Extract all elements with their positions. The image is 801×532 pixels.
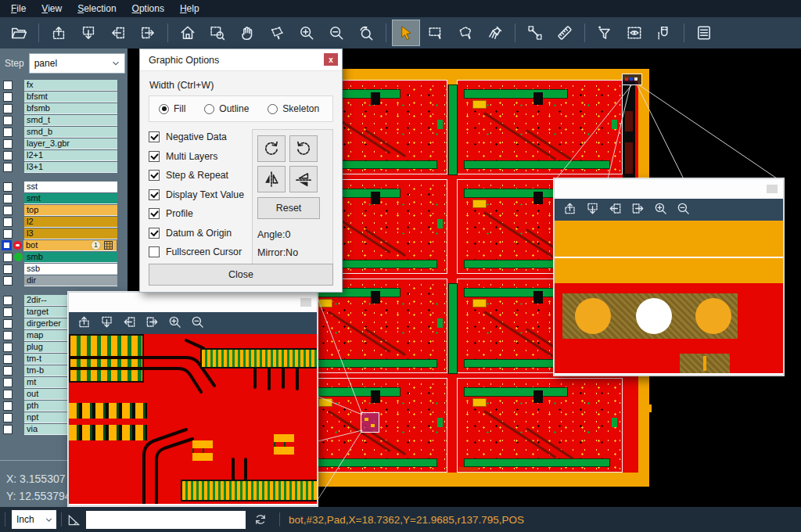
menu-selection[interactable]: Selection bbox=[70, 0, 124, 17]
sync-icon[interactable] bbox=[253, 512, 268, 527]
layer-row-l2[interactable]: l2 bbox=[0, 216, 128, 228]
layer-label-cell[interactable]: smd_b bbox=[24, 127, 117, 138]
tool-zoom-out[interactable] bbox=[322, 20, 350, 46]
checkbox-multi-layers[interactable]: Multi Layers bbox=[149, 151, 247, 162]
layer-label-cell[interactable]: l2 bbox=[24, 217, 117, 228]
mirror-h-button[interactable] bbox=[257, 166, 286, 192]
tool-pan-right[interactable] bbox=[134, 20, 162, 46]
layer-checkbox[interactable] bbox=[3, 401, 13, 411]
menu-help[interactable]: Help bbox=[172, 0, 207, 17]
tool-zoom-previous[interactable] bbox=[352, 20, 380, 46]
layer-checkbox[interactable] bbox=[3, 296, 13, 305]
tool-pan-up[interactable] bbox=[45, 20, 73, 46]
tool-poly-select[interactable] bbox=[451, 20, 480, 46]
layer-row-sst[interactable]: sst bbox=[0, 181, 128, 192]
radio-skeleton[interactable]: Skeleton bbox=[268, 103, 319, 114]
layer-checkbox[interactable] bbox=[3, 81, 13, 90]
window-button-icon[interactable] bbox=[767, 185, 778, 193]
popup-tool-pan-up[interactable] bbox=[77, 315, 92, 332]
popup-tool-pan-left[interactable] bbox=[608, 201, 623, 219]
menu-options[interactable]: Options bbox=[124, 0, 172, 17]
layer-label-cell[interactable]: l2+1 bbox=[24, 150, 117, 161]
radio-fill[interactable]: Fill bbox=[159, 103, 185, 114]
checkbox-display-text-value[interactable]: Display Text Value bbox=[149, 189, 247, 200]
step-select[interactable]: panel bbox=[29, 53, 125, 74]
layer-label-cell[interactable]: dir bbox=[24, 275, 117, 286]
layer-checkbox[interactable] bbox=[3, 182, 13, 192]
layer-checkbox[interactable] bbox=[3, 229, 13, 239]
tool-drag-view[interactable] bbox=[263, 20, 291, 46]
close-icon[interactable]: x bbox=[324, 53, 338, 66]
tool-eye-view[interactable] bbox=[620, 20, 648, 46]
radio-dot-icon[interactable] bbox=[159, 104, 169, 114]
tool-open-folder[interactable] bbox=[5, 20, 33, 46]
layer-row-layer_3.gbr[interactable]: layer_3.gbr bbox=[0, 138, 128, 149]
tool-panel-list[interactable] bbox=[690, 20, 718, 46]
tool-home-view[interactable] bbox=[174, 20, 202, 46]
layer-label-cell[interactable]: ssb bbox=[24, 264, 117, 275]
tool-select-arrow[interactable] bbox=[392, 20, 420, 46]
window-button-icon[interactable] bbox=[300, 298, 311, 307]
magnifier2-titlebar[interactable] bbox=[69, 293, 317, 312]
checkbox-box-icon[interactable] bbox=[149, 189, 160, 200]
layer-label-cell[interactable]: l3+1 bbox=[24, 162, 117, 173]
checkbox-box-icon[interactable] bbox=[149, 246, 160, 257]
layer-label-cell[interactable]: top bbox=[24, 205, 117, 216]
checkbox-step-repeat[interactable]: Step & Repeat bbox=[149, 170, 247, 181]
popup-tool-zoom-in[interactable] bbox=[167, 315, 182, 332]
layer-row-fx[interactable]: fx bbox=[0, 79, 128, 91]
layer-label-cell[interactable]: layer_3.gbr bbox=[24, 138, 117, 149]
layer-label-cell[interactable]: fx bbox=[24, 80, 117, 91]
layer-label-cell[interactable]: bot1 bbox=[23, 240, 117, 251]
command-input[interactable] bbox=[86, 511, 246, 529]
layer-checkbox[interactable] bbox=[3, 276, 13, 286]
layer-label-cell[interactable]: l3 bbox=[24, 228, 117, 239]
layer-checkbox[interactable] bbox=[3, 413, 13, 422]
layer-row-smd_b[interactable]: smd_b bbox=[0, 126, 128, 138]
popup-tool-pan-up[interactable] bbox=[562, 201, 577, 219]
layer-row-smt[interactable]: smt bbox=[0, 192, 128, 204]
dialog-titlebar[interactable]: Graphic Options x bbox=[140, 49, 342, 71]
checkbox-fullscreen-cursor[interactable]: Fullscreen Cursor bbox=[149, 246, 247, 257]
layer-checkbox-checked[interactable] bbox=[2, 240, 12, 250]
layer-row-bot[interactable]: bot1 bbox=[0, 239, 128, 251]
layer-checkbox[interactable] bbox=[3, 366, 13, 376]
layer-checkbox[interactable] bbox=[3, 163, 13, 172]
layer-row-l3+1[interactable]: l3+1 bbox=[0, 161, 128, 173]
corner-angle-icon[interactable] bbox=[66, 512, 81, 527]
layer-label-cell[interactable]: smd_t bbox=[24, 115, 117, 126]
tool-snap-magnet[interactable] bbox=[650, 20, 678, 46]
rotate-ccw-button[interactable] bbox=[289, 135, 318, 162]
layer-row-l2+1[interactable]: l2+1 bbox=[0, 149, 128, 161]
layer-checkbox[interactable] bbox=[3, 264, 13, 274]
layer-row-top[interactable]: top bbox=[0, 204, 128, 216]
layer-checkbox[interactable] bbox=[3, 354, 13, 364]
layer-row-dir[interactable]: dir bbox=[0, 275, 128, 286]
layer-checkbox[interactable] bbox=[3, 151, 13, 160]
layer-checkbox[interactable] bbox=[3, 253, 13, 262]
layer-label-cell[interactable]: bfsmt bbox=[24, 92, 117, 102]
checkbox-negative-data[interactable]: Negative Data bbox=[149, 131, 247, 142]
close-button[interactable]: Close bbox=[149, 264, 333, 286]
checkbox-box-icon[interactable] bbox=[149, 131, 160, 142]
radio-dot-icon[interactable] bbox=[268, 104, 278, 114]
tool-pan-down[interactable] bbox=[74, 20, 102, 46]
grid-icon[interactable] bbox=[104, 241, 113, 250]
tool-filter[interactable] bbox=[591, 20, 619, 46]
tool-ruler[interactable] bbox=[551, 20, 579, 46]
tool-measure-distance[interactable] bbox=[521, 20, 549, 46]
layer-label-cell[interactable]: smt bbox=[24, 193, 117, 204]
layer-checkbox[interactable] bbox=[3, 331, 13, 340]
mirror-v-button[interactable] bbox=[289, 166, 318, 192]
layer-checkbox[interactable] bbox=[3, 425, 13, 434]
tool-pan-left[interactable] bbox=[104, 20, 132, 46]
popup-tool-pan-right[interactable] bbox=[145, 315, 160, 332]
radio-outline[interactable]: Outline bbox=[204, 103, 249, 114]
layer-checkbox[interactable] bbox=[3, 206, 13, 215]
layer-checkbox[interactable] bbox=[3, 343, 13, 352]
popup-tool-pan-down[interactable] bbox=[99, 315, 114, 332]
layer-label-cell[interactable]: smb bbox=[24, 252, 117, 263]
layer-checkbox[interactable] bbox=[3, 139, 13, 149]
rotate-cw-button[interactable] bbox=[257, 135, 286, 162]
layer-row-bfsmb[interactable]: bfsmb bbox=[0, 102, 128, 114]
